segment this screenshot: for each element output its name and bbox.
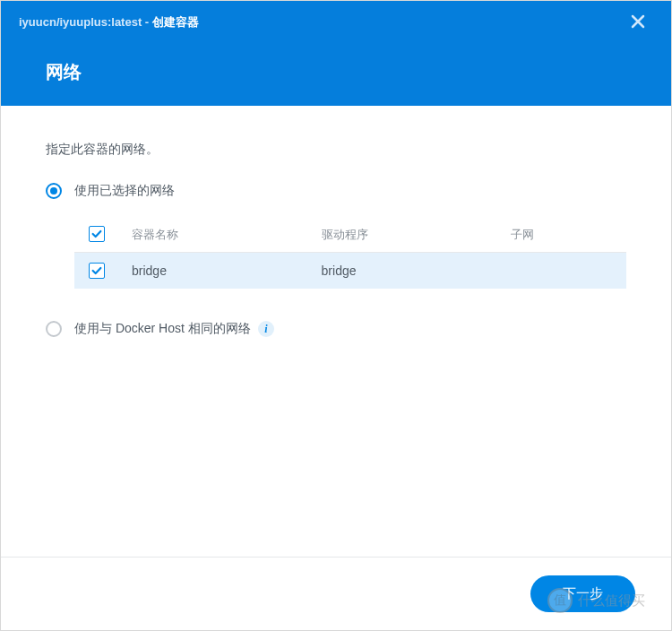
checkmark-icon bbox=[90, 228, 103, 240]
action-text: 创建容器 bbox=[152, 15, 199, 29]
header-top-bar: iyuucn/iyuuplus:latest - 创建容器 bbox=[1, 1, 671, 44]
create-container-modal: iyuucn/iyuuplus:latest - 创建容器 网络 指定此容器的网… bbox=[0, 0, 672, 631]
table-row[interactable]: bridge bridge bbox=[74, 253, 626, 290]
row-checkbox[interactable] bbox=[89, 263, 105, 279]
select-all-checkbox[interactable] bbox=[89, 226, 105, 242]
column-header-subnet: 子网 bbox=[498, 217, 626, 253]
close-icon[interactable] bbox=[627, 10, 649, 35]
page-title: 网络 bbox=[46, 60, 626, 84]
radio-label-host-network: 使用与 Docker Host 相同的网络 bbox=[74, 321, 251, 337]
cell-driver: bridge bbox=[309, 253, 499, 290]
radio-option-selected-network[interactable]: 使用已选择的网络 bbox=[46, 183, 626, 199]
next-button[interactable]: 下一步 bbox=[530, 575, 635, 612]
header-checkbox-cell bbox=[74, 217, 119, 253]
network-table-wrapper: 容器名称 驱动程序 子网 bridge bridge bbox=[74, 217, 626, 289]
row-checkbox-cell bbox=[74, 253, 119, 290]
checkmark-icon bbox=[90, 264, 103, 277]
description-text: 指定此容器的网络。 bbox=[46, 142, 626, 158]
table-header-row: 容器名称 驱动程序 子网 bbox=[74, 217, 626, 253]
radio-label-selected-network: 使用已选择的网络 bbox=[74, 183, 175, 199]
radio-button-checked[interactable] bbox=[46, 183, 62, 199]
title-separator: - bbox=[142, 15, 152, 29]
network-table: 容器名称 驱动程序 子网 bridge bridge bbox=[74, 217, 626, 289]
modal-footer: 下一步 bbox=[1, 557, 671, 630]
column-header-driver: 驱动程序 bbox=[309, 217, 499, 253]
radio-option-host-network[interactable]: 使用与 Docker Host 相同的网络 i bbox=[46, 321, 626, 337]
modal-content: 指定此容器的网络。 使用已选择的网络 容器名称 驱动程序 bbox=[1, 106, 671, 557]
header-subtitle-area: 网络 bbox=[1, 44, 671, 106]
cell-subnet bbox=[498, 253, 626, 290]
modal-header: iyuucn/iyuuplus:latest - 创建容器 网络 bbox=[1, 1, 671, 106]
column-header-name: 容器名称 bbox=[119, 217, 309, 253]
info-icon[interactable]: i bbox=[258, 321, 274, 337]
cell-name: bridge bbox=[119, 253, 309, 290]
radio-button-unchecked[interactable] bbox=[46, 321, 62, 337]
modal-title: iyuucn/iyuuplus:latest - 创建容器 bbox=[19, 14, 199, 30]
radio-dot-icon bbox=[50, 187, 57, 194]
image-path-text: iyuucn/iyuuplus:latest bbox=[19, 15, 142, 29]
